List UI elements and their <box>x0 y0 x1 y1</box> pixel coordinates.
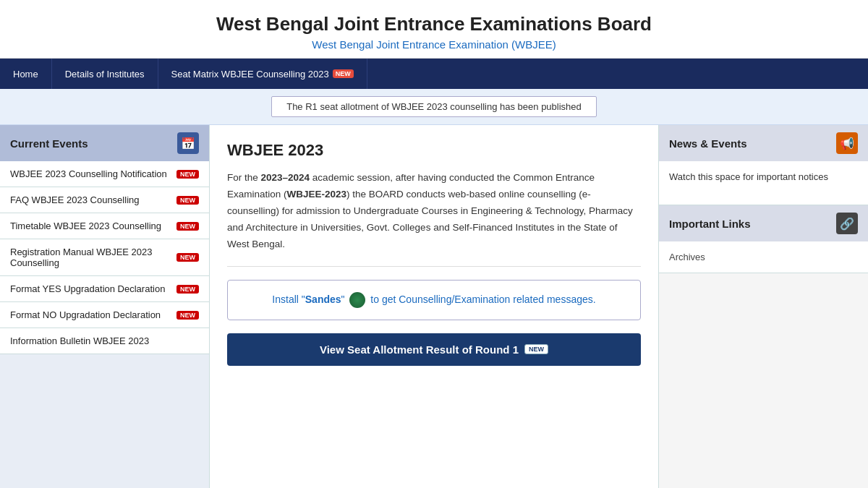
sidebar-item-timetable[interactable]: Timetable WBJEE 2023 Counselling NEW <box>0 213 209 239</box>
megaphone-icon: 📢 <box>836 132 858 154</box>
left-sidebar: Current Events 📅 WBJEE 2023 Counselling … <box>0 125 210 488</box>
new-badge-2: NEW <box>176 222 199 231</box>
important-links-header: Important Links 🔗 <box>659 205 868 241</box>
nav-home[interactable]: Home <box>0 59 52 89</box>
news-events-header: News & Events 📢 <box>659 125 868 161</box>
view-seat-allotment-button[interactable]: View Seat Allotment Result of Round 1 NE… <box>227 333 641 366</box>
new-badge-4: NEW <box>176 285 199 294</box>
announcement-text: The R1 seat allotment of WBJEE 2023 coun… <box>271 96 597 117</box>
main-content: WBJEE 2023 For the 2023–2024 academic se… <box>210 125 658 488</box>
sidebar-item-counselling-notification[interactable]: WBJEE 2023 Counselling Notification NEW <box>0 161 209 187</box>
nav-institutes[interactable]: Details of Institutes <box>52 59 158 89</box>
view-button-new-badge: NEW <box>524 344 548 354</box>
new-badge-3: NEW <box>176 253 199 262</box>
sidebar-item-format-yes[interactable]: Format YES Upgradation Declaration NEW <box>0 276 209 302</box>
sidebar-header: Current Events 📅 <box>0 125 209 161</box>
news-events-section: News & Events 📢 Watch this space for imp… <box>659 125 868 205</box>
sandes-icon <box>349 292 365 308</box>
page-subtitle: West Bengal Joint Entrance Examination (… <box>7 38 861 51</box>
sidebar-item-faq[interactable]: FAQ WBJEE 2023 Counselling NEW <box>0 187 209 213</box>
page-header: West Bengal Joint Entrance Examinations … <box>0 0 868 59</box>
announcement-bar: The R1 seat allotment of WBJEE 2023 coun… <box>0 89 868 125</box>
archives-link[interactable]: Archives <box>659 241 868 273</box>
new-badge-5: NEW <box>176 311 199 320</box>
content-title: WBJEE 2023 <box>227 141 641 160</box>
important-links-section: Important Links 🔗 Archives <box>659 205 868 273</box>
new-badge-1: NEW <box>176 196 199 205</box>
main-layout: Current Events 📅 WBJEE 2023 Counselling … <box>0 125 868 488</box>
sidebar-item-registration-manual[interactable]: Registration Manual WBJEE 2023 Counselli… <box>0 239 209 276</box>
main-nav: Home Details of Institutes Seat Matrix W… <box>0 59 868 89</box>
nav-new-badge: NEW <box>333 69 354 78</box>
nav-seat-matrix[interactable]: Seat Matrix WBJEE Counselling 2023 NEW <box>158 59 367 89</box>
new-badge-0: NEW <box>176 170 199 179</box>
sidebar-item-info-bulletin[interactable]: Information Bulletin WBJEE 2023 <box>0 328 209 354</box>
content-body: For the 2023–2024 academic session, afte… <box>227 170 641 267</box>
sidebar-item-format-no[interactable]: Format NO Upgradation Declaration NEW <box>0 302 209 328</box>
sandes-box: Install "Sandes" to get Counselling/Exam… <box>227 280 641 320</box>
page-title: West Bengal Joint Entrance Examinations … <box>7 13 861 35</box>
right-sidebar: News & Events 📢 Watch this space for imp… <box>658 125 868 488</box>
news-events-body: Watch this space for important notices <box>659 161 868 205</box>
link-icon: 🔗 <box>836 213 858 234</box>
calendar-icon: 📅 <box>177 132 199 154</box>
